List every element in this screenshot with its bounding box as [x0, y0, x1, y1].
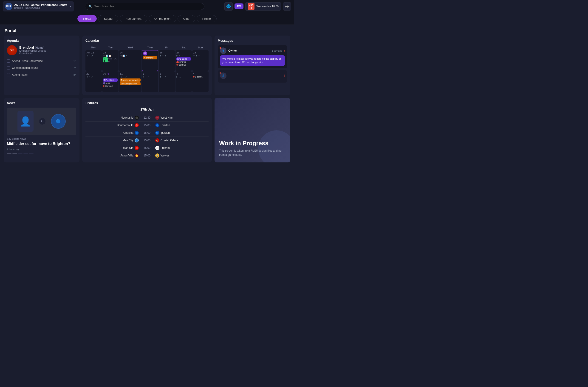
cal-icon: ↗: [148, 76, 149, 78]
cal-icon: 📋: [109, 55, 111, 57]
cal-cell-27[interactable]: 27 🛏 ⬆ ↔ EPL 15:00 BRE H Contract: [175, 50, 192, 71]
task-time-1: 1h: [74, 60, 76, 62]
cal-icon: 🛏: [176, 55, 178, 57]
nav-bar: Portal Squad Recruitment On the pitch Cl…: [0, 13, 294, 25]
news-dot-3[interactable]: [18, 153, 22, 154]
club-info[interactable]: BHA AMEX Elite Football Performance Cent…: [3, 1, 74, 11]
cal-icon: ↗: [91, 55, 93, 57]
chelsea-name: Chelsea: [123, 131, 133, 135]
cal-contract-text-30: Contract: [105, 85, 113, 87]
fulham-icon: ⚪: [155, 146, 159, 150]
nav-squad[interactable]: Squad: [98, 15, 118, 22]
fixture-time-1: 12:30: [140, 116, 154, 119]
match-info: BFC Brentford (Home) English Premier Lea…: [7, 45, 76, 55]
cal-cell-4[interactable]: 4 2 contr...: [192, 71, 209, 92]
cal-icon: 🛏: [176, 76, 178, 78]
cal-cell-29[interactable]: 29 ⬇ ↗ ↗: [85, 71, 102, 92]
search-bar[interactable]: 🔍: [85, 3, 204, 10]
news-dot-1[interactable]: [7, 153, 11, 154]
cal-cell-23[interactable]: 23 🛏 📊 📋 2-1 U21 FUL A: [102, 50, 119, 71]
westham-icon: ⚒: [155, 116, 159, 120]
manutd-name: Man Utd: [123, 146, 133, 150]
msg-bubble: We wanted to message you regarding the s…: [220, 55, 285, 66]
globe-button[interactable]: 🌐: [224, 2, 233, 11]
brentford-badge: BFC: [7, 45, 17, 55]
messages-panel: Messages 👤 Owner 1 day ago ! We wanted t…: [214, 36, 290, 95]
search-input[interactable]: [94, 5, 201, 8]
header-right: 🌐 FM Jan 3 Wednesday 18:00 ▶▶: [224, 2, 291, 11]
fixture-time-5: 15:00: [140, 146, 154, 150]
task-checkbox-2[interactable]: [7, 66, 10, 70]
agenda-title: Agenda: [7, 39, 76, 42]
news-pagination-dots: [7, 153, 76, 154]
cal-icons-3: 🛏 …: [176, 76, 191, 78]
cal-cell-25-today[interactable]: 25 ● Transfer: [142, 50, 158, 71]
cal-icon: ↔: [198, 55, 200, 57]
cal-event-squad-reg: Squad registation: [120, 82, 141, 85]
message-item[interactable]: 👤 Owner 1 day ago ! We wanted to message…: [218, 45, 287, 68]
crystalpalace-name: Crystal Palace: [161, 139, 178, 142]
task-checkbox-3[interactable]: [7, 73, 10, 77]
nav-profile[interactable]: Profile: [197, 15, 217, 22]
cal-icons-30: 🛏 ↔ 🛏: [103, 76, 118, 78]
cal-icon: 🛏: [193, 55, 195, 57]
news-dot-5[interactable]: [29, 153, 34, 154]
cal-today-marker: 25: [143, 51, 147, 56]
cal-date-1: 1: [143, 72, 157, 75]
cal-cell-26[interactable]: 26 ⬇ ↔ ⬆: [159, 50, 175, 71]
cal-icons-29: ⬇ ↗ ↗: [86, 76, 101, 78]
cal-cell-3[interactable]: 3 🛏 …: [175, 71, 192, 92]
date-button[interactable]: Jan 3 Wednesday 18:00: [245, 2, 281, 11]
cal-cell-28[interactable]: 28 🛏 ⬆ ↔: [192, 50, 209, 71]
cal-cell-24[interactable]: 24 🛏 📊 ↗: [119, 50, 142, 71]
cal-icon: ↗: [91, 76, 93, 78]
forward-button[interactable]: ▶▶: [283, 2, 291, 11]
news-dot-2[interactable]: [12, 153, 17, 154]
fixture-home-astonvilla: Aston Villa 🟡: [86, 154, 139, 158]
agenda-panel: Agenda BFC Brentford (Home) English Prem…: [4, 36, 80, 95]
msg-sender: Owner: [228, 49, 270, 52]
cal-icon: ↔: [123, 76, 125, 78]
news-time: 4 hours ago: [7, 148, 76, 151]
fixture-home-chelsea: Chelsea 🔵: [86, 131, 139, 135]
fixture-row-mancity[interactable]: Man City 🔵 15:00 🦅 Crystal Palace: [85, 137, 209, 144]
fixture-row-manutd[interactable]: Man Utd 🔴 15:00 ⚪ Fulham: [85, 144, 209, 152]
nav-recruitment[interactable]: Recruitment: [120, 15, 147, 22]
cal-icon: ⬇: [86, 55, 88, 57]
club-name: AMEX Elite Football Performance Centre: [14, 3, 67, 7]
cal-cell-2[interactable]: 2 ⬇ ↔ ↗: [159, 71, 175, 92]
task-checkbox-1[interactable]: [7, 59, 10, 63]
fixture-row-newcastle[interactable]: Newcastle ⚫ 12:30 ⚒ West Ham: [85, 114, 209, 122]
news-headline[interactable]: Midfielder set for move to Brighton?: [7, 141, 76, 146]
cal-team-row-27: BRE H: [176, 61, 191, 63]
cal-icon: …: [179, 76, 181, 78]
westham-name: West Ham: [161, 116, 173, 119]
cal-date-30: 30 +1: [103, 72, 118, 75]
calendar-panel: Calendar Mon Tue Wed Thur Fri Sat Sun Ja…: [82, 36, 212, 95]
cal-cell-22[interactable]: Jan 22 ⬇ ↔ ↗: [85, 50, 102, 71]
fixture-row-chelsea[interactable]: Chelsea 🔵 15:00 🔵 Ipswich: [85, 129, 209, 137]
cal-cell-30[interactable]: 30 +1 🛏 ↔ 🛏 EPL 20:00 AST H Contract: [102, 71, 119, 92]
fulham-name: Fulham: [161, 146, 170, 150]
cal-icon: ↗: [126, 55, 127, 57]
msg-time: 1 day ago: [272, 50, 282, 52]
wip-description: This screen is taken from FM25 design fi…: [219, 149, 286, 157]
date-day: 3: [249, 6, 253, 9]
cal-icon: ↔: [162, 76, 164, 78]
cal-icon: 📊: [123, 55, 125, 57]
nav-portal[interactable]: Portal: [77, 15, 97, 22]
brighton-logo: 🔵: [51, 114, 66, 129]
cal-icon: 🛏: [108, 76, 110, 78]
message-item-2[interactable]: 👤 !: [218, 70, 287, 83]
cal-team-27: BRE H: [179, 61, 186, 63]
cal-cell-31[interactable]: 31 🛏 ↔ ↗ Transfer window cl... Squad reg…: [119, 71, 142, 92]
fixture-row-bournemouth[interactable]: Bournemouth 🔴 15:00 🔵 Everton: [85, 122, 209, 129]
cal-badge-green: 2-1: [103, 57, 108, 62]
cal-cell-1[interactable]: 1 ⬇ ↔ ↗: [142, 71, 158, 92]
nav-club[interactable]: Club: [178, 15, 195, 22]
news-dot-4[interactable]: [23, 153, 28, 154]
fixture-row-astonvilla[interactable]: Aston Villa 🟡 15:00 🐺 Wolves: [85, 152, 209, 159]
nav-on-the-pitch[interactable]: On the pitch: [149, 15, 176, 22]
cal-contract-text-27: Contract: [178, 64, 186, 66]
task-time-3: 8h: [74, 73, 76, 76]
